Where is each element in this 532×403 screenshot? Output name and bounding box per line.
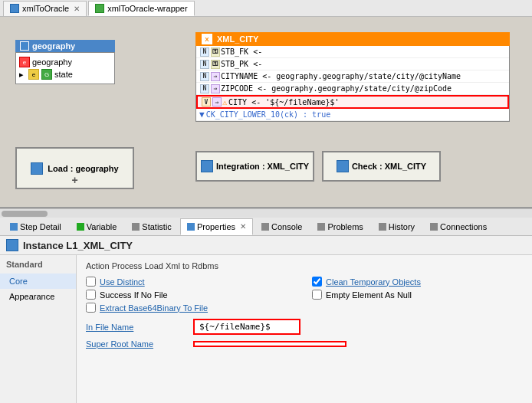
checkbox-row-empty-null: Empty Element As Null [312, 290, 523, 300]
xml-row-zipcode: N ⇒ ZIPCODE <- geography.geography/state… [196, 83, 509, 95]
badge-n3: N [200, 72, 209, 81]
xml-city-title: X XML_CITY [195, 32, 510, 46]
tab-icon-problems [317, 223, 325, 231]
field-row-in-file-name: In File Name ${~/fileName}$ [86, 319, 523, 335]
load-box-label: Load : geography [48, 164, 118, 173]
tab-statistic[interactable]: Statistic [125, 218, 179, 235]
geo-icon-e2: e [28, 69, 39, 80]
tab-label-problems: Problems [327, 222, 363, 231]
flow-boxes: Integration : XML_CITY Check : XML_CITY [195, 151, 441, 182]
tab-label-console: Console [271, 222, 302, 231]
label-clean-temp[interactable]: Clean Temporary Objects [326, 277, 421, 287]
right-content: Action Process Load Xml to Rdbms Use Dis… [77, 255, 532, 403]
checkbox-row-use-distinct: Use Distinct [86, 277, 297, 287]
field-label-in-file-name[interactable]: In File Name [86, 323, 193, 332]
sidebar-item-appearance[interactable]: Appearance [0, 289, 76, 304]
tab-problems[interactable]: Problems [310, 218, 369, 235]
checkbox-use-distinct[interactable] [86, 277, 96, 287]
scrollbar-thumb[interactable] [2, 211, 48, 217]
geography-panel: geography e geography ▸ e G state [15, 40, 115, 84]
geography-tree: e geography ▸ e G state [15, 52, 115, 84]
load-expand-icon[interactable]: + [71, 174, 77, 186]
row-text-zipcode: ZIPCODE <- geography.geography/state/cit… [221, 84, 452, 93]
filter-icon: ▼ [199, 110, 205, 120]
row-text-stb-pk: STB_PK <- [221, 60, 262, 68]
tab-label-statistic: Statistic [142, 222, 172, 231]
tab-history[interactable]: History [372, 218, 422, 235]
xml-row-city: V ⇒ ⚠ CITY <- '${~/fileName}$' [196, 95, 509, 109]
bottom-tab-bar: Step Detail Variable Statistic Propertie… [0, 218, 532, 236]
sidebar-section-standard: Standard [0, 255, 76, 274]
tab-console[interactable]: Console [255, 218, 309, 235]
label-success-no-file[interactable]: Success If No File [100, 290, 168, 300]
checkbox-row-clean-temp: Clean Temporary Objects [312, 277, 523, 287]
badge-key1: ⚿ [211, 48, 220, 57]
badge-link5: ⇒ [212, 97, 222, 106]
tab-icon-step-detail [10, 223, 18, 231]
tab-label-wrapper: xmlToOracle-wrapper [107, 4, 188, 13]
xml-row-stb-pk: N ⚿ STB_PK <- [196, 58, 509, 70]
tab-close-properties[interactable]: ✕ [240, 222, 246, 231]
horizontal-scrollbar[interactable] [0, 208, 532, 218]
check-box[interactable]: Check : XML_CITY [322, 151, 441, 182]
label-use-distinct[interactable]: Use Distinct [100, 277, 145, 287]
xml-city-body: N ⚿ STB_FK <- N ⚿ STB_PK <- N ⇒ CITYNAME… [195, 46, 510, 122]
instance-title: Instance L1_XML_CITY [23, 240, 133, 251]
tab-label-step-detail: Step Detail [20, 222, 61, 231]
main-canvas: geography e geography ▸ e G state Load :… [0, 17, 532, 208]
tab-xmlToOracle-wrapper[interactable]: xmlToOracle-wrapper [88, 1, 195, 16]
check-label: Check : XML_CITY [352, 162, 426, 171]
xml-row-stb-fk: N ⚿ STB_FK <- [196, 46, 509, 58]
label-empty-null[interactable]: Empty Element As Null [326, 290, 412, 300]
geo-label-state: state [54, 70, 73, 79]
bottom-panel: Step Detail Variable Statistic Propertie… [0, 218, 532, 403]
tab-icon-statistic [132, 223, 140, 231]
tab-step-detail[interactable]: Step Detail [3, 218, 68, 235]
integration-box[interactable]: Integration : XML_CITY [195, 151, 314, 182]
geo-label-geography: geography [32, 57, 72, 67]
tab-properties[interactable]: Properties ✕ [180, 218, 253, 235]
geo-icon-g: G [41, 69, 52, 80]
checkbox-extract-base64[interactable] [86, 303, 96, 313]
xml-row-cityname: N ⇒ CITYNAME <- geography.geography/stat… [196, 70, 509, 83]
check-icon [337, 160, 349, 172]
tab-xmlToOracle[interactable]: xmlToOracle ✕ [3, 1, 87, 16]
load-box[interactable]: Load : geography + [15, 147, 134, 189]
row-text-filter: CK_CITY_LOWER_10(ck) : true [206, 110, 331, 119]
checkbox-grid: Use Distinct Clean Temporary Objects Suc… [86, 277, 523, 313]
xml-city-label: XML_CITY [217, 34, 258, 44]
badge-key2: ⚿ [211, 60, 220, 69]
geo-indent: ▸ [19, 70, 28, 80]
geo-item-state: ▸ e G state [19, 68, 111, 80]
instance-header: Instance L1_XML_CITY [0, 236, 532, 255]
checkbox-success-no-file[interactable] [86, 290, 96, 300]
field-label-super-root[interactable]: Super Root Name [86, 339, 193, 349]
badge-link4: ⇒ [211, 84, 220, 93]
xml-city-panel: X XML_CITY N ⚿ STB_FK <- N ⚿ STB_PK <- N… [195, 32, 510, 122]
xml-row-filter: ▼ CK_CITY_LOWER_10(ck) : true [196, 109, 509, 121]
field-value-super-root[interactable] [193, 341, 346, 347]
field-value-in-file-name[interactable]: ${~/fileName}$ [193, 319, 300, 335]
row-text-stb-fk: STB_FK <- [221, 48, 262, 56]
badge-link3: ⇒ [211, 72, 220, 81]
load-box-icon [31, 162, 43, 175]
tab-connections[interactable]: Connections [423, 218, 494, 235]
field-row-super-root: Super Root Name [86, 339, 523, 349]
tab-label-xmlToOracle: xmlToOracle [22, 4, 69, 13]
sidebar-label-appearance: Appearance [9, 292, 54, 301]
tab-icon-xmlToOracle [10, 4, 19, 13]
tab-icon-history [379, 223, 386, 231]
tab-close-xmlToOracle[interactable]: ✕ [74, 5, 80, 13]
top-tab-bar: xmlToOracle ✕ xmlToOracle-wrapper [0, 0, 532, 17]
badge-v5: V [202, 97, 211, 106]
geography-title: geography [15, 40, 115, 52]
sidebar-item-core[interactable]: Core [0, 274, 76, 289]
left-sidebar: Standard Core Appearance [0, 255, 77, 403]
tab-variable[interactable]: Variable [70, 218, 124, 235]
checkbox-empty-null[interactable] [312, 290, 322, 300]
checkbox-clean-temp[interactable] [312, 277, 322, 287]
badge-n4: N [200, 84, 209, 93]
integration-label: Integration : XML_CITY [216, 162, 309, 171]
label-extract-base64[interactable]: Extract Base64Binary To File [100, 303, 208, 313]
instance-icon [6, 239, 18, 251]
